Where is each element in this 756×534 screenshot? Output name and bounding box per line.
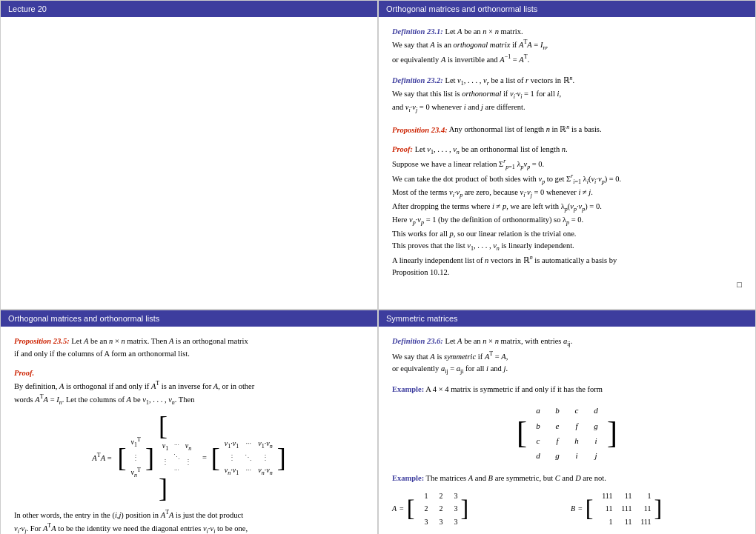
matrix-eq-label: ATA = — [92, 451, 111, 464]
matrix-equation-235: ATA = [ v1T ⋮ vnT ] [ v1 ⋮ — [92, 415, 285, 501]
result-matrix: v1·v1 ··· v1·vn ⋮ ⋱ ⋮ vn·v1 ··· vn·vn — [222, 436, 276, 479]
sm-11: a — [531, 404, 545, 417]
rm-ddots: ⋱ — [245, 452, 252, 464]
v1-dots: ⋮ — [162, 456, 169, 468]
rm-dotsn: ··· — [245, 464, 252, 478]
proof-235-end2: vi·vj. For ATA to be the identity we nee… — [14, 521, 364, 534]
sm-22: e — [551, 420, 564, 433]
bracket-left-2: [ — [159, 411, 168, 441]
bot-left-title: Orthogonal matrices and orthonormal list… — [8, 314, 159, 323]
sm-21: b — [531, 420, 545, 433]
sm-42: g — [551, 450, 564, 462]
a11: 1 — [417, 490, 428, 502]
A-bracket-l: [ — [407, 499, 415, 518]
a13: 3 — [447, 490, 457, 502]
prop-234-label: Proposition 23.4: — [392, 125, 448, 133]
a23: 3 — [447, 503, 457, 515]
def-231-text1: Let A be an n × n matrix. — [445, 27, 523, 36]
proof-234-text7: This works for all p, so our linear rela… — [392, 228, 742, 240]
rm-vdotsn: ⋮ — [258, 452, 272, 464]
top-right-title: Orthogonal matrices and orthonormal list… — [386, 4, 537, 13]
sm-12: b — [551, 404, 564, 417]
def-231: Definition 23.1: Let A be an n × n matri… — [392, 26, 742, 66]
panel-bot-left-content: Proposition 23.5: Let A be an n × n matr… — [1, 327, 377, 534]
panel-top-right-header: Orthogonal matrices and orthonormal list… — [379, 1, 755, 17]
proof-234-text9: A linearly independent list of n vectors… — [392, 253, 742, 267]
prop-235-label: Proposition 23.5: — [14, 337, 70, 345]
B-bracket-r: ] — [654, 499, 662, 518]
panel-lecture20-content — [1, 17, 377, 36]
example1-text: A 4 × 4 matrix is symmetric if and only … — [425, 385, 603, 393]
b33: 111 — [634, 516, 651, 528]
rm-nn: vn·vn — [258, 464, 272, 478]
panel-bot-left-header: Orthogonal matrices and orthonormal list… — [1, 310, 377, 327]
sm-33: h — [570, 435, 583, 447]
bot-right-title: Symmetric matrices — [386, 314, 458, 323]
proof-234-text3: We can take the dot product of both side… — [392, 172, 742, 187]
matrix-sep: [ v1 ⋮ ··· ⋱ ··· vn — [159, 415, 195, 501]
B-grid: 111111 1111111 111111 — [596, 490, 651, 528]
def-236-text1: Let A be an n × n matrix, with entries a… — [445, 337, 572, 345]
proof-234-text10: Proposition 10.12. □ — [392, 267, 742, 291]
sm-43: i — [570, 450, 583, 462]
sm-44: j — [589, 450, 603, 462]
bracket-right-2: ] — [159, 473, 168, 503]
sm-31: c — [531, 435, 545, 447]
def-236-label: Definition 23.6: — [392, 337, 443, 345]
sym-matrix-display: [ a b c d b e f g c f h i d — [392, 401, 742, 464]
prop-235-text2: if and only if the columns of A form an … — [14, 348, 364, 360]
prop-234: Proposition 23.4: Any orthonormal list o… — [392, 123, 742, 136]
A-grid: 123 223 333 — [417, 490, 457, 528]
def-232: Definition 23.2: Let v1, . . . , vr be a… — [392, 73, 742, 116]
matrix1-dots: ⋮ — [132, 452, 139, 464]
proof-235-text1: By definition, A is orthogonal if and on… — [14, 379, 364, 393]
matrix2-content: v1 ⋮ ··· ⋱ ··· vn ⋮ — [159, 438, 195, 477]
def-232-label: Definition 23.2: — [392, 76, 443, 84]
page: Lecture 20 Orthogonal matrices and ortho… — [0, 0, 756, 534]
ddots: ⋱ — [173, 453, 180, 463]
matrix1-row1: v1T — [131, 435, 141, 450]
panel-top-right: Orthogonal matrices and orthonormal list… — [378, 0, 756, 310]
sym-bracket-l: [ — [517, 421, 527, 446]
panel-bot-right: Symmetric matrices Definition 23.6: Let … — [378, 310, 756, 534]
def-236-text3: or equivalently aij = aji for all i and … — [392, 363, 742, 376]
def-232-text1: Let v1, . . . , vr be a list of r vector… — [445, 76, 574, 84]
proof-234-text1: Let v1, . . . , vn be an orthonormal lis… — [415, 145, 568, 153]
prop-235: Proposition 23.5: Let A be an n × n matr… — [14, 336, 364, 360]
A-bracket-r: ] — [460, 499, 468, 518]
example2-label: Example: — [392, 474, 424, 482]
vn-dots: ⋮ — [185, 456, 192, 468]
proof-235-label: Proof. — [14, 369, 34, 377]
v1-top: v1 — [162, 440, 168, 453]
B-label: B — [571, 503, 575, 515]
prop-235-text1: Let A be an n × n matrix. Then A is an o… — [71, 337, 248, 345]
b22: 111 — [615, 503, 631, 515]
sym-bracket-r: ] — [607, 421, 617, 446]
sm-32: f — [551, 435, 564, 447]
panel-bot-right-content: Definition 23.6: Let A be an n × n matri… — [379, 327, 755, 534]
sm-24: g — [589, 420, 603, 433]
prop-234-text: Any orthonormal list of length n in ℝn i… — [449, 125, 602, 133]
rm-dots1: ··· — [245, 438, 252, 451]
example1-label: Example: — [392, 385, 424, 393]
def-231-text3: or equivalently A is invertible and A−1 … — [392, 53, 742, 66]
a31: 3 — [417, 516, 428, 528]
panel-bot-left: Orthogonal matrices and orthonormal list… — [0, 310, 378, 534]
cdots1: ··· — [174, 440, 179, 450]
proof-235: Proof. By definition, A is orthogonal if… — [14, 367, 364, 407]
example-236-2: Example: The matrices A and B are symmet… — [392, 473, 742, 534]
rm-1n: v1·vn — [258, 438, 272, 451]
bracket-left-1: [ — [118, 447, 127, 470]
proof-234: Proof: Let v1, . . . , vn be an orthonor… — [392, 144, 742, 292]
sym-matrix-grid: a b c d b e f g c f h i d g i — [527, 401, 607, 464]
a32: 3 — [432, 516, 442, 528]
proof-234-text2: Suppose we have a linear relation Σrp=1 … — [392, 157, 742, 172]
panel-bot-right-header: Symmetric matrices — [379, 310, 755, 327]
eq-equals: = — [202, 452, 207, 464]
bracket-right-3: ] — [277, 447, 286, 470]
proof-234-label: Proof: — [392, 145, 413, 153]
rm-vdots1: ⋮ — [225, 452, 239, 464]
b32: 11 — [615, 516, 631, 528]
a22: 2 — [432, 503, 442, 515]
A-label: A — [392, 503, 397, 515]
